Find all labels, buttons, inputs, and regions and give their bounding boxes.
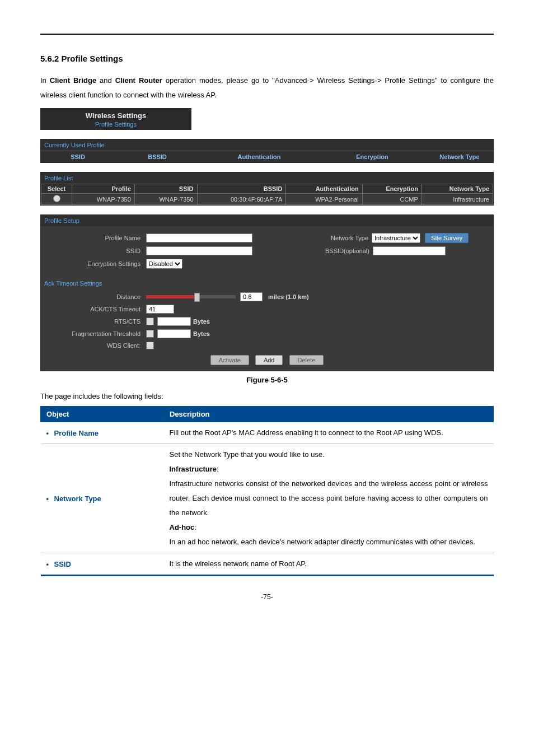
cell-enc: CCMP — [362, 194, 421, 205]
fragmentation-threshold-label: Fragmentation Threshold — [45, 330, 146, 337]
network-type-select[interactable]: Infrastructure — [372, 233, 420, 243]
tab-wireless-settings[interactable]: Wireless Settings Profile Settings — [40, 108, 191, 130]
fragmentation-unit: Bytes — [193, 330, 210, 337]
profile-list-label: Profile List — [41, 172, 493, 184]
tab-title: Wireless Settings — [40, 110, 191, 121]
col-network-type: Network Type — [421, 184, 493, 194]
distance-label: Distance — [45, 293, 146, 300]
obj-network-type: Network Type — [46, 494, 101, 503]
add-button[interactable]: Add — [255, 355, 283, 365]
cell-bssid: 00:30:4F:60:AF:7A — [197, 194, 286, 205]
obj-ssid: SSID — [46, 560, 71, 568]
cell-profile: WNAP-7350 — [72, 194, 135, 205]
col-object: Object — [41, 407, 164, 422]
desc-nt-infra-head: Infrastructure: — [170, 462, 488, 477]
profile-list-header: Select Profile SSID BSSID Authentication… — [41, 184, 493, 194]
rtscts-label: RTS/CTS — [45, 318, 146, 325]
col-encryption: Encryption — [318, 151, 426, 162]
profile-list-row: WNAP-7350 WNAP-7350 00:30:4F:60:AF:7A WP… — [41, 194, 493, 205]
col-bssid: BSSID — [115, 151, 200, 162]
profile-name-input[interactable] — [146, 234, 252, 242]
wireless-settings-panel: Wireless Settings Profile Settings Curre… — [40, 108, 494, 371]
profile-name-label: Profile Name — [45, 235, 146, 241]
desc-nt-adhoc-body: In an ad hoc network, each device's netw… — [170, 535, 488, 549]
intro-text: and — [96, 76, 115, 85]
site-survey-button[interactable]: Site Survey — [425, 233, 469, 243]
wds-client-label: WDS Client: — [45, 342, 146, 349]
col-ssid: SSID — [41, 151, 115, 162]
bssid-optional-label: BSSID(optional) — [325, 248, 369, 254]
wds-client-checkbox[interactable] — [146, 342, 154, 349]
section-heading: 5.6.2 Profile Settings — [40, 54, 494, 63]
bssid-input[interactable] — [373, 246, 446, 255]
col-profile: Profile — [72, 184, 135, 194]
intro-bold-1: Client Bridge — [50, 76, 96, 85]
cell-ssid: WNAP-7350 — [134, 194, 197, 205]
col-description: Description — [164, 407, 494, 422]
col-authentication: Authentication — [286, 184, 362, 194]
intro-text: In — [40, 76, 50, 85]
rtscts-checkbox[interactable] — [146, 318, 154, 325]
col-network-type: Network Type — [426, 151, 493, 162]
ssid-label: SSID — [45, 248, 146, 254]
fragmentation-checkbox[interactable] — [146, 330, 154, 338]
page-number: -75- — [40, 593, 494, 601]
description-table: Object Description Profile Name Fill out… — [40, 406, 494, 576]
table-row: Network Type Set the Network Type that y… — [41, 444, 494, 553]
intro-paragraph: In Client Bridge and Client Router opera… — [40, 73, 494, 102]
col-select: Select — [41, 184, 72, 194]
cell-nt: Infrastructure — [421, 194, 493, 205]
obj-profile-name: Profile Name — [46, 429, 99, 437]
ackcts-timeout-label: ACK/CTS Timeout — [45, 306, 146, 312]
encryption-settings-label: Encryption Settings — [45, 260, 146, 267]
table-row: SSID It is the wireless network name of … — [41, 553, 494, 576]
ackcts-timeout-input[interactable] — [146, 305, 174, 314]
intro-bold-2: Client Router — [115, 76, 162, 85]
col-authentication: Authentication — [200, 151, 318, 162]
activate-button[interactable]: Activate — [210, 355, 249, 365]
col-bssid: BSSID — [197, 184, 286, 194]
follow-text: The page includes the following fields: — [40, 392, 494, 400]
profile-setup-label: Profile Setup — [41, 215, 493, 226]
table-row: Profile Name Fill out the Root AP's MAC … — [41, 422, 494, 444]
tab-subtitle: Profile Settings — [40, 121, 191, 130]
cell-auth: WPA2-Personal — [286, 194, 362, 205]
ssid-input[interactable] — [146, 246, 252, 255]
fragmentation-input[interactable] — [157, 329, 191, 338]
distance-slider[interactable] — [146, 295, 236, 298]
desc-nt-line1: Set the Network Type that you would like… — [170, 447, 488, 462]
desc-nt-adhoc-head: Ad-hoc: — [170, 520, 488, 535]
encryption-settings-select[interactable]: Disabled — [146, 259, 182, 269]
col-ssid: SSID — [134, 184, 197, 194]
desc-nt-infra-body: Infrastructure networks consist of the n… — [170, 477, 488, 520]
profile-select-radio[interactable] — [53, 195, 60, 202]
desc-profile-name: Fill out the Root AP's MAC Address enabl… — [170, 426, 488, 440]
ack-timeout-settings-label: Ack Timeout Settings — [41, 278, 493, 289]
network-type-label: Network Type — [331, 235, 368, 241]
rtscts-input[interactable] — [157, 317, 191, 326]
delete-button[interactable]: Delete — [289, 355, 324, 365]
distance-input[interactable] — [240, 292, 263, 301]
distance-unit: miles (1.0 km) — [268, 293, 309, 300]
rtscts-unit: Bytes — [193, 318, 210, 325]
currently-used-profile-label: Currently Used Profile — [41, 139, 493, 151]
col-encryption: Encryption — [362, 184, 421, 194]
figure-caption: Figure 5-6-5 — [40, 376, 494, 384]
desc-ssid: It is the wireless network name of Root … — [170, 557, 488, 571]
